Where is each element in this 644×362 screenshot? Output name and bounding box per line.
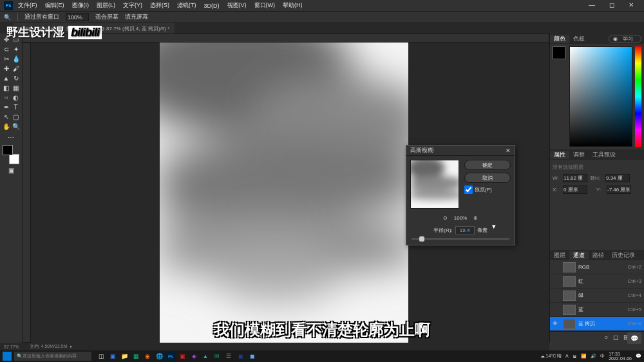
tab-swatches[interactable]: 色板 bbox=[569, 35, 589, 43]
dialog-titlebar[interactable]: 高斯模糊 ✕ bbox=[406, 146, 515, 156]
dialog-close-icon[interactable]: ✕ bbox=[506, 148, 511, 154]
menu-help[interactable]: 帮助(H) bbox=[283, 1, 303, 10]
dialog-cancel-button[interactable]: 取消 bbox=[464, 173, 511, 183]
start-button[interactable] bbox=[3, 352, 12, 361]
tab-presets[interactable]: 工具预设 bbox=[589, 151, 620, 159]
app-icon-2[interactable]: 📁 bbox=[119, 352, 129, 361]
tray-volume-icon[interactable]: 🔊 bbox=[591, 354, 596, 359]
channel-row[interactable]: 蓝Ctrl+5 bbox=[550, 303, 644, 317]
menu-select[interactable]: 选择(S) bbox=[150, 1, 169, 10]
dialog-preview[interactable] bbox=[410, 160, 459, 209]
app-icon-12[interactable]: ◼ bbox=[247, 352, 257, 361]
hand-tool[interactable]: ✋ bbox=[1, 122, 11, 131]
app-icon-3[interactable]: ▦ bbox=[131, 352, 141, 361]
radius-slider[interactable] bbox=[412, 238, 509, 240]
channel-row[interactable]: 👁蓝 拷贝Ctrl+6 bbox=[550, 317, 644, 331]
link-icon[interactable]: ⛓ bbox=[590, 175, 595, 181]
opt-scroll-all[interactable]: 通过所有窗口 bbox=[24, 13, 59, 21]
tab-properties[interactable]: 属性 bbox=[550, 151, 569, 159]
tab-history[interactable]: 历史记录 bbox=[608, 251, 639, 260]
menu-edit[interactable]: 编辑(E) bbox=[45, 1, 64, 10]
shape-tool[interactable]: ▢ bbox=[11, 112, 21, 122]
history-brush-tool[interactable]: ↻ bbox=[11, 73, 21, 83]
menu-filter[interactable]: 滤镜(T) bbox=[177, 1, 196, 10]
brush-tool[interactable]: 🖌 bbox=[11, 64, 21, 73]
mask-icon[interactable]: ◻ bbox=[613, 334, 618, 341]
zoom-tool[interactable]: 🔍 bbox=[11, 122, 21, 131]
tray-network-icon[interactable]: 🖥 bbox=[573, 354, 577, 359]
lasso-tool[interactable]: ⊂ bbox=[1, 44, 11, 54]
menu-image[interactable]: 图像(I) bbox=[72, 1, 90, 10]
eraser-tool[interactable]: ◧ bbox=[1, 83, 11, 93]
channel-row[interactable]: 绿Ctrl+4 bbox=[550, 289, 644, 303]
prop-h-input[interactable] bbox=[605, 174, 630, 182]
blur-tool[interactable]: ○ bbox=[1, 93, 11, 102]
document-tab[interactable]: Untitled Document 1 推车男人.JPG @ 87.7% (拷贝… bbox=[13, 23, 175, 33]
crop-tool[interactable]: ✂ bbox=[1, 54, 11, 64]
zoom-out-icon[interactable]: ⊖ bbox=[443, 215, 448, 221]
current-color-swatch[interactable] bbox=[553, 46, 565, 59]
prop-y-input[interactable] bbox=[607, 186, 631, 194]
hue-slider[interactable] bbox=[635, 46, 641, 147]
tab-adjustments[interactable]: 调整 bbox=[569, 151, 589, 159]
learn-button[interactable]: ◉ 学习 bbox=[609, 35, 641, 43]
dodge-tool[interactable]: ◐ bbox=[11, 93, 21, 102]
dialog-preview-checkbox[interactable]: 预览(P) bbox=[464, 186, 511, 194]
app-icon-7[interactable]: ◈ bbox=[189, 352, 199, 361]
app-icon-5[interactable]: 🌐 bbox=[154, 352, 164, 361]
status-zoom[interactable]: 87.77% bbox=[4, 345, 19, 349]
app-icon-8[interactable]: ▲ bbox=[200, 352, 211, 361]
app-icon-6[interactable]: ▣ bbox=[177, 352, 187, 361]
color-field[interactable] bbox=[569, 46, 632, 147]
tab-layers[interactable]: 图层 bbox=[550, 251, 569, 260]
app-icon-ps[interactable]: Ps bbox=[166, 352, 176, 361]
tray-ime-icon[interactable]: 中 bbox=[600, 353, 605, 359]
wand-tool[interactable]: ✦ bbox=[11, 44, 21, 54]
tab-channels[interactable]: 通道 bbox=[569, 251, 589, 260]
feedback-icon[interactable]: 💬 bbox=[627, 332, 641, 344]
opt-fit[interactable]: 适合屏幕 bbox=[95, 13, 118, 21]
prop-x-input[interactable] bbox=[563, 186, 587, 194]
tray-up-icon[interactable]: ᐱ bbox=[565, 354, 569, 359]
visibility-icon[interactable]: 👁 bbox=[553, 321, 560, 327]
opt-fill[interactable]: 填充屏幕 bbox=[125, 13, 148, 21]
menu-file[interactable]: 文件(F) bbox=[18, 1, 37, 10]
tool-preset-icon[interactable]: 🔍 bbox=[4, 14, 11, 21]
color-swatches[interactable] bbox=[1, 145, 21, 164]
prop-w-input[interactable] bbox=[563, 174, 587, 182]
tray-weather[interactable]: ☁ 14°C 晴 bbox=[540, 353, 562, 359]
channel-to-selection-icon[interactable]: ○ bbox=[604, 334, 608, 341]
menu-3d[interactable]: 3D(D) bbox=[204, 3, 220, 9]
bg-color[interactable] bbox=[9, 154, 19, 164]
zoom-in-icon[interactable]: ⊕ bbox=[473, 215, 478, 221]
app-icon-9[interactable]: ✉ bbox=[212, 352, 222, 361]
pen-tool[interactable]: ✒ bbox=[1, 102, 11, 112]
taskview-icon[interactable]: ◫ bbox=[96, 352, 106, 361]
taskbar-search[interactable]: 🔍 在这里输入你要搜索的内容 bbox=[14, 352, 91, 361]
opt-zoom-input[interactable] bbox=[66, 13, 89, 21]
heal-tool[interactable]: ✚ bbox=[1, 64, 11, 73]
status-doc[interactable]: 文档: 4.50M/22.5M bbox=[30, 343, 68, 350]
app-icon-4[interactable]: ◉ bbox=[142, 352, 153, 361]
edit-toolbar-icon[interactable]: ⋯ bbox=[1, 133, 21, 142]
close-icon[interactable]: ✕ bbox=[629, 1, 634, 8]
channel-row[interactable]: RGBCtrl+2 bbox=[550, 260, 644, 274]
menu-window[interactable]: 窗口(W) bbox=[254, 1, 276, 10]
stamp-tool[interactable]: ▲ bbox=[1, 73, 11, 83]
minimize-icon[interactable]: — bbox=[589, 1, 595, 8]
marquee-tool[interactable]: ▭ bbox=[11, 35, 21, 44]
menu-layer[interactable]: 图层(L) bbox=[97, 1, 115, 10]
channel-row[interactable]: 红Ctrl+3 bbox=[550, 274, 644, 289]
tray-notifications-icon[interactable]: 💬 bbox=[636, 354, 641, 359]
app-icon-1[interactable]: ▣ bbox=[108, 352, 118, 361]
fg-color[interactable] bbox=[3, 145, 13, 155]
eyedropper-tool[interactable]: 💧 bbox=[11, 54, 21, 64]
tab-paths[interactable]: 路径 bbox=[589, 251, 608, 260]
tray-clock[interactable]: 17:332022-04-06 bbox=[609, 352, 632, 361]
path-tool[interactable]: ↖ bbox=[1, 112, 11, 122]
maximize-icon[interactable]: ◻ bbox=[609, 1, 614, 8]
tab-color[interactable]: 颜色 bbox=[550, 35, 569, 43]
screenmode-icon[interactable]: ▣ bbox=[1, 166, 21, 175]
menu-type[interactable]: 文字(Y) bbox=[123, 1, 142, 10]
tray-wifi-icon[interactable]: 📶 bbox=[581, 354, 587, 359]
